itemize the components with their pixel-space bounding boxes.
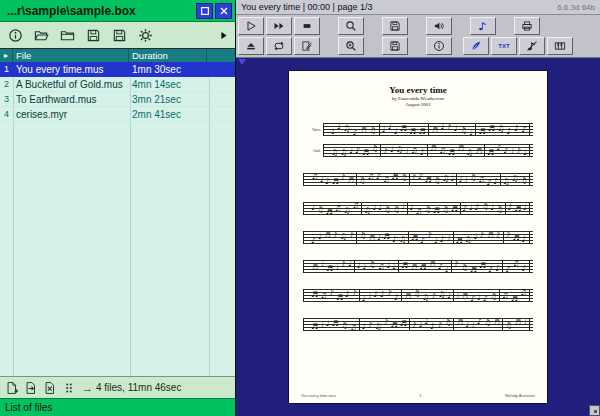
zoom-button[interactable] xyxy=(338,17,364,35)
ff-icon xyxy=(273,20,285,32)
music-staff: ♩♩♫♪♬♫♩♩♩♬♬♬♬♩♪♩♫♩♬♬♫♪♪♪ xyxy=(323,123,533,136)
speaker-button[interactable] xyxy=(426,17,452,35)
music-staff: ♫♩♪♬♪♬♫♫♪♫♬♫♪♪♬♫♫♩♩♩♫♫♪♪♫♫♫ xyxy=(303,173,533,186)
feather-icon xyxy=(470,40,482,52)
barline xyxy=(453,231,454,244)
stop-button[interactable] xyxy=(294,17,320,35)
table-row[interactable]: 2A Bucketful of Gold.mus4mn 14sec xyxy=(0,77,235,92)
save-button[interactable] xyxy=(382,37,408,55)
barline xyxy=(359,318,360,331)
barline xyxy=(529,231,530,244)
barline xyxy=(456,173,457,186)
loop-button[interactable] xyxy=(266,37,292,55)
note-button[interactable] xyxy=(470,17,496,35)
folder-open-button[interactable] xyxy=(31,25,51,45)
column-filler xyxy=(207,49,235,62)
page-plus-button[interactable] xyxy=(4,380,20,396)
files-summary: 4 files, 11mn 46sec xyxy=(96,382,181,393)
barline xyxy=(460,202,461,215)
triangle-right-icon xyxy=(218,30,229,41)
system-row: ♩♫♬♫♫♫♫♩♩♫♫♩♩♫♫♬♫♬♪♩♪♫♩♫♪♬♩ xyxy=(303,202,533,215)
part-label: Voice xyxy=(303,127,323,132)
info-icon xyxy=(433,40,445,52)
feather-button[interactable] xyxy=(463,37,489,55)
barline xyxy=(529,202,530,215)
piece-title: You every time xyxy=(303,85,533,95)
maximize-button[interactable] xyxy=(196,3,213,19)
table-row[interactable]: 4cerises.myr2mn 41sec xyxy=(0,107,235,122)
folder-button[interactable] xyxy=(57,25,77,45)
folder-open-icon xyxy=(34,28,49,43)
toolbar-row-1 xyxy=(238,17,598,35)
close-button[interactable] xyxy=(215,3,232,19)
txt-button[interactable]: TXT xyxy=(491,37,517,55)
info-button[interactable] xyxy=(5,25,25,45)
file-list-panel: ...r\sample\sample.box ▸ File Duration 1… xyxy=(0,0,236,416)
save-button[interactable] xyxy=(83,25,103,45)
left-titlebar[interactable]: ...r\sample\sample.box xyxy=(0,0,235,22)
cell-number: 1 xyxy=(0,64,13,74)
barline xyxy=(379,123,380,136)
barline xyxy=(529,289,530,302)
save-button[interactable] xyxy=(382,17,408,35)
cell-duration: 3mn 21sec xyxy=(129,94,207,105)
play-button[interactable] xyxy=(238,17,264,35)
gear-button[interactable] xyxy=(135,25,155,45)
zoom-plus-button[interactable] xyxy=(338,37,364,55)
barline xyxy=(529,318,530,331)
txt-icon: TXT xyxy=(498,43,509,49)
barline xyxy=(409,173,410,186)
system-row: ♬♩♩♬♫♫♩♪♫♪♬♬♪♩♩♪♪♫♬♩♩♪♫♬♫♬♩ xyxy=(303,318,533,331)
save-icon xyxy=(112,28,127,43)
print-button[interactable] xyxy=(514,17,540,35)
maximize-icon xyxy=(199,5,211,17)
expand-panel-button[interactable] xyxy=(218,28,230,42)
barline xyxy=(427,144,428,157)
edit-icon xyxy=(301,40,313,52)
column-duration[interactable]: Duration xyxy=(129,49,207,62)
eject-button[interactable] xyxy=(238,37,264,55)
cell-filename: You every time.mus xyxy=(13,64,129,75)
print-icon xyxy=(521,20,533,32)
barline xyxy=(475,123,476,136)
left-toolbar xyxy=(0,22,235,49)
piano-button[interactable] xyxy=(547,37,573,55)
barline xyxy=(502,318,503,331)
barline xyxy=(361,202,362,215)
page-arrow-button[interactable] xyxy=(23,380,39,396)
page-footer-file: You every time.mus xyxy=(301,393,336,398)
barline xyxy=(503,231,504,244)
cell-duration: 4mn 14sec xyxy=(129,79,207,90)
music-systems: Voice♩♩♫♪♬♫♩♩♩♬♬♬♬♩♪♩♫♩♬♬♫♪♪♪Guit.♫♫♩♪♬♫… xyxy=(303,123,533,331)
panel-footer: List of files xyxy=(0,398,235,416)
table-row[interactable]: 1You every time.mus1mn 30sec xyxy=(0,62,235,77)
edit-button[interactable] xyxy=(294,37,320,55)
grip-button xyxy=(61,380,77,396)
score-toolbar: TXT xyxy=(236,15,600,58)
save-button[interactable] xyxy=(109,25,129,45)
page-footer-right: Melody Assistant xyxy=(505,393,535,398)
system-row: ♬♩♬♩♪♩♩♩♫♫♩♩♬♬♬♬♪♩♪♫♬♬♪♪♪♫♪ xyxy=(303,260,533,273)
save-icon xyxy=(389,40,401,52)
table-header: ▸ File Duration xyxy=(0,49,235,62)
scroll-marker-icon xyxy=(238,59,246,65)
barline xyxy=(401,289,402,302)
page-x-button[interactable] xyxy=(42,380,58,396)
note-off-button[interactable] xyxy=(519,37,545,55)
window-title: ...r\sample\sample.box xyxy=(7,4,194,18)
resize-handle[interactable] xyxy=(589,405,600,416)
system-row: ♫♩♪♬♪♬♫♫♪♫♬♫♪♪♬♫♫♩♩♩♫♫♪♪♫♫♫ xyxy=(303,173,533,186)
ff-button[interactable] xyxy=(266,17,292,35)
column-file[interactable]: File xyxy=(13,49,129,62)
score-viewport[interactable]: You every time by Esmeralda Weathervax A… xyxy=(236,58,600,416)
cell-number: 4 xyxy=(0,109,13,119)
info-button[interactable] xyxy=(426,37,452,55)
barline xyxy=(407,202,408,215)
barline xyxy=(453,289,454,302)
barline xyxy=(500,173,501,186)
loop-icon xyxy=(273,40,285,52)
barline xyxy=(484,144,485,157)
table-row[interactable]: 3To Earthward.mus3mn 21sec xyxy=(0,92,235,107)
barline xyxy=(409,318,410,331)
music-staff: ♩♫♬♫♫♫♫♩♩♫♫♩♩♫♫♬♫♬♪♩♪♫♩♫♪♬♩ xyxy=(303,202,533,215)
